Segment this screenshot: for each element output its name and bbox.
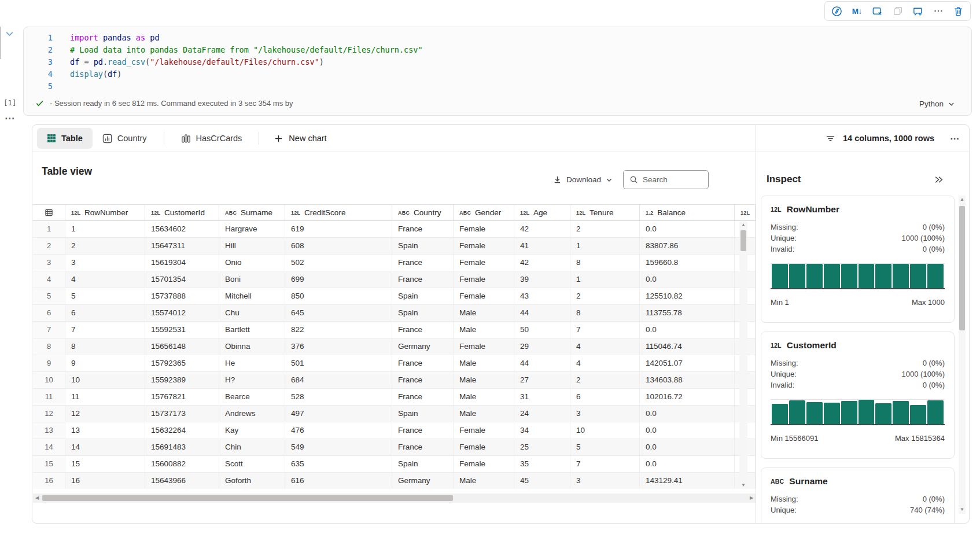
download-icon bbox=[553, 175, 562, 184]
new-chart-button[interactable]: New chart bbox=[266, 128, 334, 149]
table-cell: Andrews bbox=[219, 406, 285, 422]
table-cell: 822 bbox=[285, 322, 392, 338]
max-value: Max 1000 bbox=[912, 298, 945, 307]
stat-value: 0 (0%) bbox=[923, 380, 945, 391]
column-header-Surname[interactable]: ABCSurname bbox=[219, 205, 285, 220]
stat-row: Missing:0 (0%) bbox=[771, 494, 945, 504]
table-cell: 2 bbox=[570, 372, 640, 388]
table-cell: Female bbox=[454, 422, 514, 439]
code-text: # Load data into pandas DataFrame from "… bbox=[70, 45, 423, 57]
double-chevron-right-icon bbox=[934, 175, 944, 185]
add-comment-button[interactable] bbox=[909, 3, 927, 19]
table-cell: 11 bbox=[65, 389, 145, 405]
line-number: 2 bbox=[24, 45, 53, 57]
code-line: 4display(df) bbox=[24, 69, 971, 82]
collapse-cell-icon[interactable] bbox=[5, 29, 14, 41]
table-row: 121215737173Andrews497SpainMale2430.0 bbox=[33, 406, 756, 422]
column-type-badge: 12L bbox=[520, 210, 529, 216]
copy-cell-button[interactable] bbox=[889, 3, 907, 19]
delete-cell-button[interactable] bbox=[950, 3, 967, 19]
stat-row: Unique:1000 (100%) bbox=[771, 369, 945, 380]
table-cell: 3 bbox=[65, 255, 145, 271]
scroll-down-icon[interactable]: ▼ bbox=[959, 506, 966, 513]
clear-output-button[interactable] bbox=[868, 3, 886, 19]
grid-horizontal-scrollbar[interactable]: ◀ ▶ bbox=[33, 494, 756, 503]
grid-vscroll-thumb[interactable] bbox=[740, 230, 746, 251]
row-index-cell: 8 bbox=[33, 338, 65, 355]
column-header-Gender[interactable]: ABCGender bbox=[454, 205, 514, 220]
tab-hascrcards[interactable]: HasCrCards bbox=[171, 128, 252, 149]
table-cell: Goforth bbox=[219, 473, 285, 489]
table-cell: 6 bbox=[65, 305, 145, 321]
search-input[interactable] bbox=[643, 175, 701, 184]
column-name: Country bbox=[414, 208, 441, 217]
copilot-button[interactable] bbox=[828, 3, 845, 19]
more-options-button[interactable] bbox=[930, 3, 947, 19]
table-cell: 4 bbox=[570, 338, 640, 355]
select-all-cell bbox=[33, 205, 65, 220]
table-cell: Female bbox=[454, 255, 514, 271]
inspect-scrollbar[interactable]: ▲ ▼ bbox=[959, 196, 966, 514]
inspect-scroll-thumb[interactable] bbox=[959, 206, 965, 330]
tab-country[interactable]: Country bbox=[93, 128, 157, 149]
scroll-up-icon[interactable]: ▲ bbox=[739, 222, 747, 229]
inspect-column-name: RowNumber bbox=[787, 204, 839, 215]
code-text: import pandas as pd bbox=[70, 33, 160, 45]
cell-more-icon[interactable]: ⋯ bbox=[5, 112, 15, 124]
table-cell: 15691483 bbox=[145, 439, 219, 455]
column-header-CustomerId[interactable]: 12LCustomerId bbox=[145, 205, 219, 220]
output-card: TableCountryHasCrCards New chart 14 colu… bbox=[32, 124, 970, 524]
inspect-card-customerid: 12LCustomerIdMissing:0 (0%)Unique:1000 (… bbox=[761, 332, 955, 459]
scroll-down-icon[interactable]: ▼ bbox=[739, 482, 747, 489]
column-header-RowNumber[interactable]: 12LRowNumber bbox=[65, 205, 145, 220]
code-editor[interactable]: 1import pandas as pd2# Load data into pa… bbox=[24, 27, 971, 94]
table-row: 131315632264Kay476FranceFemale34100.0 bbox=[33, 422, 756, 439]
table-cell: 39 bbox=[514, 271, 570, 288]
column-header-Tenure[interactable]: 12LTenure bbox=[570, 205, 640, 220]
histogram bbox=[771, 263, 945, 289]
row-index-cell: 9 bbox=[33, 355, 65, 371]
column-header-Country[interactable]: ABCCountry bbox=[392, 205, 454, 220]
table-cell: 125510.82 bbox=[640, 288, 735, 304]
delete-cell-icon bbox=[953, 6, 964, 17]
table-cell: Female bbox=[454, 338, 514, 355]
stat-value: 0 (0%) bbox=[923, 244, 945, 255]
table-cell: Germany bbox=[392, 473, 454, 489]
column-header-Balance[interactable]: 1.2Balance bbox=[640, 205, 735, 220]
column-type-badge: ABC bbox=[398, 210, 410, 216]
histogram bbox=[771, 399, 945, 425]
table-row: 141415691483Chin549FranceFemale2550.0 bbox=[33, 439, 756, 456]
histogram-bar bbox=[789, 400, 805, 424]
scroll-right-icon[interactable]: ▶ bbox=[747, 494, 756, 503]
column-header-Age[interactable]: 12LAge bbox=[514, 205, 570, 220]
scroll-left-icon[interactable]: ◀ bbox=[33, 494, 41, 503]
scroll-up-icon[interactable]: ▲ bbox=[959, 196, 966, 203]
download-button[interactable]: Download bbox=[553, 175, 613, 184]
column-type-badge: 12L bbox=[151, 210, 160, 216]
collapse-panel-button[interactable] bbox=[934, 175, 944, 186]
table-cell: 0.0 bbox=[640, 221, 735, 237]
grid-hscroll-thumb[interactable] bbox=[42, 495, 453, 501]
table-cell: 2 bbox=[570, 288, 640, 304]
plus-icon bbox=[274, 134, 283, 143]
table-cell: Chin bbox=[219, 439, 285, 455]
column-type-badge: 12L bbox=[576, 210, 585, 216]
table-cell: France bbox=[392, 422, 454, 439]
markdown-button[interactable]: M↓ bbox=[848, 3, 865, 19]
tab-table[interactable]: Table bbox=[37, 128, 93, 149]
line-number: 5 bbox=[24, 82, 53, 94]
column-header-clipped[interactable]: 12L bbox=[735, 205, 756, 220]
search-box bbox=[623, 170, 709, 189]
table-row: 111115767821Bearce528FranceMale316102016… bbox=[33, 389, 756, 406]
table-cell: France bbox=[392, 221, 454, 237]
table-cell: 44 bbox=[514, 305, 570, 321]
grid-vertical-scrollbar[interactable]: ▲ ▼ bbox=[739, 221, 747, 489]
column-header-CreditScore[interactable]: 12LCreditScore bbox=[285, 205, 392, 220]
table-cell: 15592389 bbox=[145, 372, 219, 388]
language-selector[interactable]: Python bbox=[919, 100, 955, 108]
line-number: 3 bbox=[24, 57, 53, 69]
table-cell: 376 bbox=[285, 338, 392, 355]
column-type-badge: 12L bbox=[740, 210, 750, 216]
table-cell: 8 bbox=[570, 255, 640, 271]
table-cell: 43 bbox=[514, 288, 570, 304]
